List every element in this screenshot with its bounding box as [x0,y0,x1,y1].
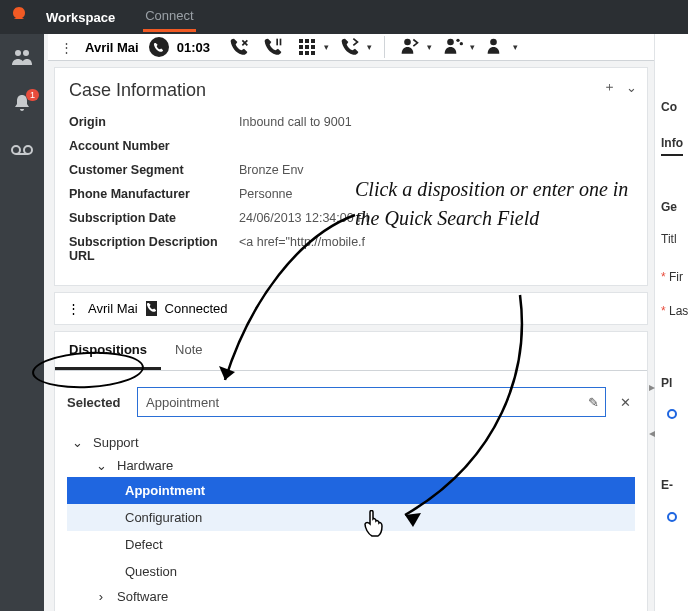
brand-icon [10,5,28,30]
side-label: Pl [661,376,672,390]
svg-rect-15 [299,51,303,55]
chevron-down-icon: ⌄ [95,458,107,473]
side-label: Las [669,304,688,318]
edit-icon[interactable]: ✎ [588,395,599,410]
quick-search-input[interactable]: Appointment ✎ [137,387,606,417]
toolbar-separator [384,36,385,58]
tree-node-hardware[interactable]: ⌄ Hardware [67,454,635,477]
conference-caret-icon[interactable]: ▾ [470,42,475,52]
tree-node-support[interactable]: ⌄ Support [67,431,635,454]
contacts-icon[interactable] [11,48,33,71]
case-row: Account Number [69,139,633,153]
side-label: Fir [669,270,683,284]
case-row: Subscription Description URL<a href="htt… [69,235,633,263]
svg-rect-11 [311,39,315,43]
caller-name: Avril Mai [85,40,139,55]
tab-dispositions[interactable]: Dispositions [55,332,161,370]
svg-rect-13 [305,45,309,49]
transfer-button[interactable] [337,34,363,60]
connection-status: ⋮ Avril Mai Connected [54,292,648,325]
selected-value: Appointment [146,395,219,410]
tab-connect[interactable]: Connect [143,2,195,32]
tree-leaf-question[interactable]: Question [67,558,635,585]
tree-leaf-appointment[interactable]: Appointment [67,477,635,504]
disposition-tree: ⌄ Support ⌄ Hardware Appointment Configu… [55,427,647,608]
keypad-button[interactable] [294,34,320,60]
svg-rect-7 [276,39,278,46]
conference-button[interactable] [440,34,466,60]
required-icon: * [661,270,666,284]
alerts-icon[interactable]: 1 [13,93,31,118]
tree-node-software[interactable]: › Software [67,585,635,608]
call-toolbar: ⋮ Avril Mai 01:03 ▾ ▾ ▾ [48,34,654,61]
collapse-icon[interactable]: ⌄ [626,80,637,95]
svg-rect-10 [305,39,309,43]
alert-badge: 1 [26,89,39,101]
radio-icon[interactable] [667,512,677,522]
status-menu-icon[interactable]: ⋮ [67,301,80,316]
svg-rect-17 [311,51,315,55]
side-label: Titl [661,232,677,246]
hold-button[interactable] [260,34,286,60]
dispositions-panel: Dispositions Note Selected Appointment ✎… [54,331,648,611]
phone-icon [149,37,169,57]
status-text: Connected [165,301,228,316]
svg-point-20 [456,39,459,42]
hangup-button[interactable] [226,34,252,60]
side-label: Info [661,136,683,156]
svg-rect-16 [305,51,309,55]
side-label: Co [661,100,677,114]
chevron-down-icon: ⌄ [71,435,83,450]
svg-rect-9 [299,39,303,43]
svg-point-1 [23,50,29,56]
collapse-chevron-icon[interactable]: ◂ [649,426,655,440]
case-row: OriginInbound call to 9001 [69,115,633,129]
side-panel: Co Info Ge Titl * Fir * Las Pl E- ▸ ◂ [654,34,688,611]
party-caret-icon[interactable]: ▾ [513,42,518,52]
svg-point-0 [15,50,21,56]
case-row: Customer SegmentBronze Env [69,163,633,177]
selected-label: Selected [67,395,127,410]
transfer-caret-icon[interactable]: ▾ [367,42,372,52]
chevron-right-icon: › [95,589,107,604]
status-caller: Avril Mai [88,301,138,316]
svg-rect-14 [311,45,315,49]
app-title: Workspace [46,10,115,25]
keypad-caret-icon[interactable]: ▾ [324,42,329,52]
case-info-heading: Case Information [69,80,633,101]
svg-rect-12 [299,45,303,49]
side-label: Ge [661,200,677,214]
call-timer: 01:03 [177,40,210,55]
svg-point-3 [24,146,32,154]
svg-rect-8 [280,39,282,46]
radio-icon[interactable] [667,409,677,419]
svg-point-18 [404,39,411,46]
tree-leaf-configuration[interactable]: Configuration [67,504,635,531]
case-info-panel: ＋ ⌄ Case Information OriginInbound call … [54,67,648,286]
case-row: Phone ManufacturerPersonne [69,187,633,201]
clear-icon[interactable]: ✕ [616,395,635,410]
svg-point-19 [447,39,454,46]
call-menu-icon[interactable]: ⋮ [56,40,77,55]
svg-point-2 [12,146,20,154]
consult-caret-icon[interactable]: ▾ [427,42,432,52]
tree-leaf-defect[interactable]: Defect [67,531,635,558]
tab-note[interactable]: Note [161,332,216,370]
consult-button[interactable] [397,34,423,60]
party-button[interactable] [483,34,509,60]
required-icon: * [661,304,666,318]
case-row: Subscription Date24/06/2013 12:34:00 PI [69,211,633,225]
side-label: E- [661,478,673,492]
phone-icon [146,301,157,316]
svg-point-22 [490,39,497,46]
expand-chevron-icon[interactable]: ▸ [649,380,655,394]
svg-point-21 [460,42,463,45]
voicemail-icon[interactable] [11,140,33,161]
add-field-icon[interactable]: ＋ [603,78,616,96]
